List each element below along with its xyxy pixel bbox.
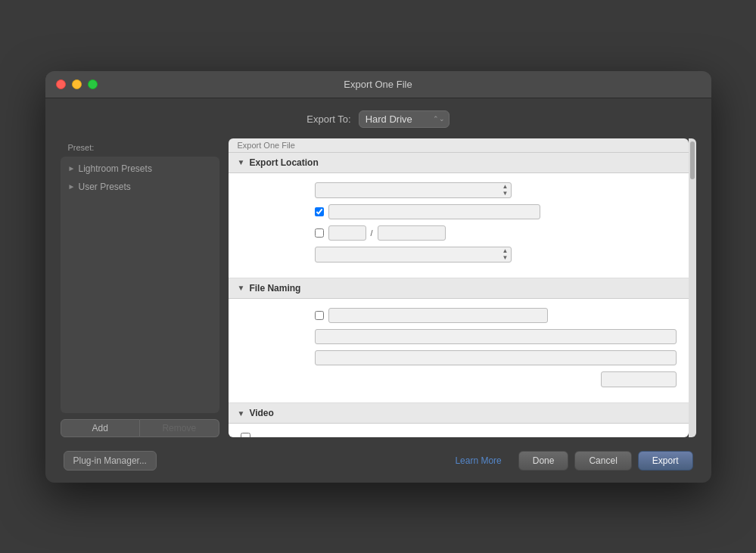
sidebar-item-lightroom-presets[interactable]: ► Lightroom Presets (61, 160, 219, 178)
panel-export-location-content: ▲ ▼ (229, 173, 689, 278)
add-to-row: / (241, 225, 677, 241)
combo-arrows-2: ▲ ▼ (500, 247, 511, 262)
subfolder-input[interactable] (328, 204, 540, 219)
plugin-manager-button[interactable]: Plug-in Manager... (64, 451, 157, 471)
ext-case-row: ▲ ▼ (241, 371, 677, 387)
remove-preset-button[interactable]: Remove (140, 419, 219, 437)
rename-template-input[interactable] (328, 308, 548, 323)
down-arrow-icon: ▼ (502, 254, 509, 262)
triangle-icon: ▼ (238, 284, 245, 292)
start-number-input[interactable] (315, 350, 677, 365)
breadcrumb: Export One File (229, 138, 689, 153)
panels-area: Export One File ▼ Export Location (229, 138, 689, 437)
add-to-checkbox-row: / (315, 225, 446, 241)
export-to-row: Export To: Hard Drive Email CD/DVD (61, 110, 696, 128)
scrollbar-track[interactable] (689, 138, 696, 437)
triangle-icon: ▼ (238, 158, 245, 166)
bottom-bar: Plug-in Manager... Learn More Done Cance… (61, 451, 696, 471)
custom-text-row (241, 329, 677, 344)
subfolder-checkbox[interactable] (315, 207, 324, 216)
rename-row (241, 308, 677, 323)
existing-files-row: ▲ ▼ (241, 247, 677, 263)
sidebar: Preset: ► Lightroom Presets ► User Prese… (61, 138, 219, 437)
maximize-button[interactable] (88, 79, 98, 89)
chevron-right-icon: ► (68, 164, 76, 172)
existing-files-combo[interactable]: ▲ ▼ (315, 247, 512, 263)
ext-case-combo[interactable]: ▲ ▼ (601, 371, 677, 387)
start-number-row (241, 350, 677, 365)
custom-text-input[interactable] (315, 329, 677, 344)
add-to-input1[interactable] (328, 225, 366, 241)
rename-checkbox[interactable] (315, 311, 324, 320)
up-arrow-icon: ▲ (502, 183, 509, 191)
folder-input[interactable] (316, 183, 500, 197)
panel-video-title: Video (249, 408, 273, 418)
panel-video-content (229, 424, 689, 436)
folder-row: ▲ ▼ (241, 182, 677, 198)
sidebar-item-user-presets[interactable]: ► User Presets (61, 178, 219, 196)
dialog-window: Export One File Export To: Hard Drive Em… (45, 71, 711, 483)
add-preset-button[interactable]: Add (61, 419, 141, 437)
ext-case-input[interactable] (602, 372, 677, 386)
preset-label: Preset: (61, 138, 102, 155)
sidebar-item-label: User Presets (79, 182, 131, 192)
dialog-body: Export To: Hard Drive Email CD/DVD Prese… (45, 98, 711, 483)
rename-checkbox-row (315, 308, 548, 323)
panel-video: ▼ Video (229, 403, 689, 436)
panel-video-header[interactable]: ▼ Video (229, 403, 689, 424)
triangle-icon: ▼ (238, 409, 245, 418)
sidebar-buttons: Add Remove (61, 419, 219, 437)
subfolder-row (241, 204, 677, 219)
panel-export-location-title: Export Location (249, 157, 318, 168)
add-to-checkbox[interactable] (315, 228, 324, 238)
export-button[interactable]: Export (638, 451, 693, 471)
preset-list: ► Lightroom Presets ► User Presets (61, 157, 219, 413)
minimize-button[interactable] (72, 79, 82, 89)
subfolder-checkbox-row (315, 204, 540, 219)
panel-export-location-header[interactable]: ▼ Export Location (229, 153, 689, 173)
export-to-select[interactable]: Hard Drive Email CD/DVD (359, 110, 450, 128)
combo-arrows: ▲ ▼ (500, 183, 511, 197)
panel-file-naming-content: ▲ ▼ (229, 299, 689, 402)
add-to-separator: / (371, 228, 373, 238)
scrollbar-thumb[interactable] (690, 141, 695, 179)
title-bar: Export One File (45, 71, 711, 98)
chevron-right-icon: ► (68, 182, 76, 191)
panel-export-location: ▼ Export Location ▲ (229, 153, 689, 278)
main-content: Preset: ► Lightroom Presets ► User Prese… (61, 138, 696, 437)
existing-files-input[interactable] (316, 247, 500, 261)
up-arrow-icon: ▲ (502, 247, 509, 255)
export-to-dropdown-wrapper: Hard Drive Email CD/DVD (359, 110, 450, 128)
panel-file-naming: ▼ File Naming (229, 278, 689, 403)
learn-more-link[interactable]: Learn More (455, 455, 501, 466)
window-controls (56, 79, 98, 89)
close-button[interactable] (56, 79, 66, 89)
panels-wrapper: Export One File ▼ Export Location (229, 138, 696, 437)
cancel-button[interactable]: Cancel (574, 451, 631, 471)
done-button[interactable]: Done (518, 451, 569, 471)
panel-file-naming-header[interactable]: ▼ File Naming (229, 278, 689, 299)
video-row1 (241, 433, 677, 436)
panel-file-naming-title: File Naming (249, 283, 300, 294)
down-arrow-icon: ▼ (502, 190, 509, 197)
add-to-input2[interactable] (378, 225, 446, 241)
folder-combo[interactable]: ▲ ▼ (315, 182, 512, 198)
sidebar-top: Preset: (61, 138, 219, 155)
window-title: Export One File (344, 79, 412, 90)
sidebar-item-label: Lightroom Presets (79, 163, 152, 174)
video-checkbox[interactable] (241, 433, 250, 436)
export-to-label: Export To: (306, 113, 350, 125)
